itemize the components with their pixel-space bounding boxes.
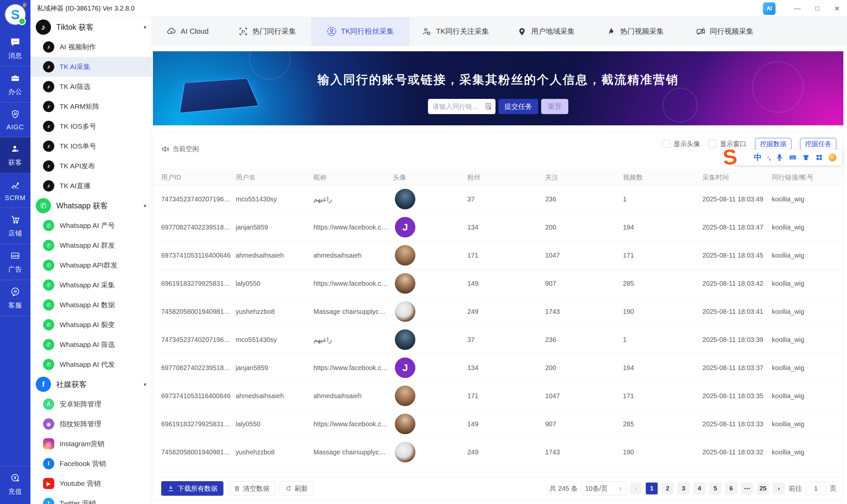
show-avatar-checkbox[interactable]: 显示头像	[662, 140, 700, 148]
cell-nickname: ahmedsaihsaieh	[313, 252, 393, 259]
mine-task-button[interactable]: 挖掘任务	[800, 138, 836, 150]
page-number-button[interactable]: 1	[646, 483, 658, 494]
sidebar-item-label: Whatsapp AI 数据	[59, 300, 115, 309]
cell-user-id: 7473452374020719634	[161, 336, 236, 344]
rail-item-office[interactable]: 办公	[0, 67, 31, 103]
keyboard-icon[interactable]	[789, 154, 797, 161]
cell-user-id: 6977082740223951878	[161, 223, 236, 231]
table-row[interactable]: 6973741053116400646 ahmedsaihsaieh ahmed…	[153, 382, 843, 410]
rail-item-recharge[interactable]: ¥ 充值	[0, 466, 31, 502]
table-row[interactable]: 7458205800194098177 yushehzzbo8 Massage …	[153, 298, 843, 326]
page-number-button[interactable]: 4	[693, 483, 705, 494]
page-number-button[interactable]: 5	[709, 483, 721, 494]
sidebar-item[interactable]: ✆ Whatsapp API群发	[31, 255, 152, 275]
minimize-button[interactable]: —	[788, 0, 807, 17]
download-all-button[interactable]: 下载所有数据	[161, 481, 223, 496]
sidebar-item[interactable]: ♪ TK AI直播	[31, 176, 152, 196]
cell-source-account: koollia_wig	[772, 252, 843, 259]
pagination: 共 245 条 10条/页 ∨ ‹ 1 2 3 4 5 6 ⋯ 25 › 前往 …	[550, 482, 836, 496]
app-logo[interactable]: S ♛	[5, 5, 25, 24]
sidebar-item[interactable]: A 安卓矩阵管理	[31, 394, 152, 414]
cell-nickname: راعيهم	[313, 336, 393, 344]
table-row[interactable]: 7473452374020719634 mco551430sy راعيهم 3…	[153, 326, 843, 354]
rail-item-messages[interactable]: 消息	[0, 31, 31, 67]
rail-item-support[interactable]: AI 客服	[0, 280, 31, 316]
sidebar-item[interactable]: ✆ Whatsapp AI 筛选	[31, 335, 152, 355]
sidebar-item[interactable]: f Facebook 营销	[31, 454, 152, 473]
sidebar-item[interactable]: ♪ TK IOS多号	[31, 116, 152, 136]
sidebar-item[interactable]: ✆ Whatsapp 获客 ▾	[31, 196, 152, 216]
next-page-button[interactable]: ›	[773, 483, 785, 494]
tab-hot-video-collect[interactable]: 热门视频采集	[590, 17, 679, 46]
submit-task-button[interactable]: 提交任务	[499, 99, 538, 114]
microphone-icon[interactable]	[776, 154, 783, 161]
rail-item-scrm[interactable]: SCRM	[0, 173, 31, 208]
table-row[interactable]: 7473452374020719634 mco551430sy راعيهم 3…	[153, 185, 843, 213]
refresh-button[interactable]: 刷新	[280, 481, 313, 496]
maximize-button[interactable]: □	[807, 0, 827, 17]
prev-page-button[interactable]: ‹	[630, 483, 642, 494]
goto-page-input[interactable]	[806, 482, 826, 496]
sidebar-item-label: Whatsapp AI 裂变	[59, 320, 115, 329]
page-number-button[interactable]: 25	[757, 483, 769, 494]
tab-label: 同行视频采集	[710, 26, 754, 36]
rail-item-shop[interactable]: 店铺	[0, 208, 31, 244]
sidebar-item[interactable]: ▶ Youtube 营销	[31, 473, 152, 493]
mine-data-button[interactable]: 挖掘数据	[755, 138, 791, 150]
sidebar-item-label: TK IOS多号	[59, 122, 96, 131]
sidebar-item[interactable]: ✆ Whatsapp AI 数据	[31, 295, 152, 315]
tab-peer-fans-collect[interactable]: TK同行粉丝采集	[311, 17, 410, 46]
page-number-button[interactable]: 3	[677, 483, 689, 494]
rail-item-aigc[interactable]: AI AIGC	[0, 103, 31, 137]
clear-data-button[interactable]: 清空数据	[228, 481, 275, 496]
sidebar-item[interactable]: ◎ Instagram营销	[31, 434, 152, 454]
rail-item-leads[interactable]: 获客	[0, 137, 31, 173]
sidebar-item[interactable]: ✆ Whatsapp AI 采集	[31, 275, 152, 295]
sogou-ime-bar[interactable]: S 中 ·,	[735, 149, 842, 165]
page-size-select[interactable]: 10条/页 ∨	[582, 482, 626, 496]
ime-mode-toggle[interactable]: 中	[754, 152, 762, 163]
sidebar-item-label: Whatsapp AI 产号	[59, 221, 115, 230]
sidebar-item[interactable]: ✆ Whatsapp AI 产号	[31, 216, 152, 235]
close-button[interactable]: ✕	[827, 0, 847, 17]
table-row[interactable]: 6961918327992583173 laly0550 https://www…	[153, 410, 843, 438]
sidebar-item[interactable]: f 社媒获客 ▾	[31, 374, 152, 394]
table-row[interactable]: 6973741053116400646 ahmedsaihsaieh ahmed…	[153, 241, 843, 270]
sidebar-item[interactable]: ♪ TK AI采集	[31, 57, 152, 77]
page-number-button[interactable]: ⋯	[741, 483, 753, 494]
sidebar-item[interactable]: ✆ Whatsapp AI 裂变	[31, 315, 152, 335]
page-number-button[interactable]: 6	[725, 483, 737, 494]
ime-punctuation-toggle[interactable]: ·,	[767, 153, 770, 162]
table-row[interactable]: 6961918327992583173 laly0550 https://www…	[153, 270, 843, 298]
tab-peer-video-collect[interactable]: 同行视频采集	[679, 17, 770, 46]
whatsapp-icon: ✆	[43, 220, 54, 231]
sidebar-item[interactable]: ◉ 指纹矩阵管理	[31, 414, 152, 434]
sidebar-item[interactable]: ♪ TK IOS单号	[31, 136, 152, 156]
table-row[interactable]: 6977082740223951878 janjan5859 https://w…	[153, 213, 843, 241]
column-header: 采集时间	[702, 173, 772, 182]
table-row[interactable]: 6977082740223951878 janjan5859 https://w…	[153, 354, 843, 382]
ai-assistant-icon[interactable]: AI	[763, 2, 776, 15]
sidebar-item[interactable]: ♪ TK ARM矩阵	[31, 96, 152, 116]
sidebar-item[interactable]: ✆ Whatsapp AI 代发	[31, 355, 152, 374]
tab-user-region-collect[interactable]: 用户地域采集	[501, 17, 590, 46]
sidebar-item[interactable]: ♪ TK API发布	[31, 156, 152, 176]
tab-ai-cloud[interactable]: AI AI Cloud	[152, 17, 223, 46]
cell-username: yushehzzbo8	[236, 448, 313, 456]
rail-item-ads[interactable]: ADS 广告	[0, 244, 31, 280]
emoji-icon[interactable]	[828, 154, 836, 161]
sidebar-item[interactable]: ♪ Tiktok 获客 ▾	[31, 17, 152, 37]
page-number-button[interactable]: 2	[662, 483, 674, 494]
table-row[interactable]: 7458205800194098177 yushehzzbo8 Massage …	[153, 438, 843, 466]
tab-peer-follow-collect[interactable]: TK同行关注采集	[410, 17, 501, 46]
sidebar-item[interactable]: ✆ Whatsapp AI 群发	[31, 235, 152, 255]
tab-hot-peers-collect[interactable]: 热门同行采集	[223, 17, 311, 46]
reset-button[interactable]: 重置	[541, 99, 568, 114]
sidebar-item[interactable]: t Twitter 营销	[31, 493, 152, 504]
cell-collect-time: 2025-08-11 18:03:42	[702, 280, 772, 287]
sidebar-item[interactable]: ♪ TK AI筛选	[31, 77, 152, 96]
toolbox-grid-icon[interactable]	[815, 154, 823, 161]
cell-username: ahmedsaihsaieh	[236, 252, 313, 259]
skin-icon[interactable]	[802, 154, 810, 161]
sidebar-item[interactable]: ♪ AI 视频制作	[31, 37, 152, 57]
